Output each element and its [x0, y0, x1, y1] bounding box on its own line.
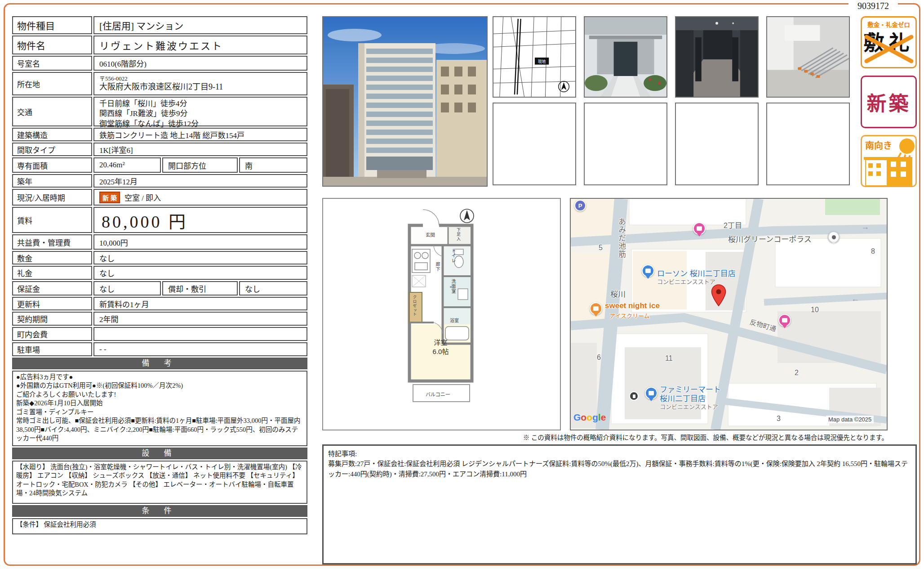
table-row-room-no: 号室名 0610(6階部分) [12, 56, 307, 71]
floorplan-toilet-label: トイレ [450, 248, 457, 263]
bed-glyph [782, 318, 787, 323]
google-letter: G [573, 412, 581, 422]
area-value: 20.46m² [93, 157, 161, 173]
row-value: 0610(6階部分) [93, 56, 307, 71]
floorplan-panel: 玄関 下足入 廊下 トイレ 洗面室 浴室 クロゼット 洋室 6.0帖 バルコニー [322, 198, 561, 430]
map-arrow-left-icon: ← [851, 294, 859, 304]
facing-value: 南 [239, 157, 307, 173]
row-label: 所在地 [12, 72, 92, 95]
row-label: 駐車場 [12, 342, 92, 356]
new-construction-text: 新築 [867, 88, 911, 116]
special-notes-panel: 特記事項: 募集戸数:27戸・保証会社:保証会社利用必須 レジデンシャルパートナ… [322, 444, 917, 565]
map-street-amidaike-label: あみだ池筋 [616, 218, 627, 258]
row-value: リヴェント難波ウエスト [93, 36, 307, 54]
store-glyph [645, 269, 651, 273]
south-facing-text: 南向き [865, 139, 892, 152]
zero-deposit-title: 敷金・礼金ゼロ [862, 20, 915, 29]
site-label: 現地 [538, 59, 546, 64]
bus-stop-icon [629, 391, 639, 401]
row-value: 鉄筋コンクリート造 地上14階 総戸数154戸 [93, 128, 307, 141]
photo-site-sketch-map: 現地 [493, 16, 576, 98]
property-table: 物件種目 [住居用] マンション 物件名 リヴェント難波ウエスト 号室名 061… [12, 16, 307, 536]
google-logo: Google [573, 412, 606, 423]
table-row-guarantee: 保証金 なし 償却・敷引 なし [12, 281, 307, 296]
lawson-pin-icon [642, 264, 654, 277]
building-exterior-illustration [323, 17, 487, 186]
photo-entrance [584, 16, 667, 98]
row-label: 物件種目 [12, 16, 92, 34]
conditions-header: 条 件 [12, 505, 307, 517]
zero-deposit-chars: 敷礼 [862, 29, 915, 57]
map-block-2: 2 [795, 369, 799, 377]
map-district-label: 2丁目 [724, 220, 742, 230]
map-block-10: 10 [811, 306, 819, 314]
table-row-property-type: 物件種目 [住居用] マンション [12, 16, 307, 34]
amortization-label: 償却・敷引 [162, 281, 238, 296]
row-value: なし [93, 266, 307, 280]
table-row-contract-term: 契約期間 2年間 [12, 312, 307, 326]
row-value: 新賃料の1ヶ月 [93, 297, 307, 310]
corporas-pin-icon [828, 231, 840, 243]
map-block-5: 5 [599, 244, 603, 252]
table-row-access: 交通 千日前線「桜川」徒歩4分 関西線「JR難波」徒歩9分 御堂筋線「なんば」徒… [12, 97, 307, 126]
floorplan-bath-label: 浴室 [450, 317, 459, 323]
row-label: 保証金 [12, 281, 92, 296]
photo-placeholder-4 [766, 103, 850, 185]
food-glyph [593, 306, 599, 311]
photo-placeholder-3 [675, 103, 759, 185]
row-value: 新 築 空室 / 即入 [93, 189, 307, 206]
row-label: 築年 [12, 174, 92, 188]
map-sweet-name: sweet night ice [605, 301, 660, 310]
map-block-11: 11 [665, 354, 673, 363]
row-value: 2年間 [93, 312, 307, 326]
row-label: 契約期間 [12, 312, 92, 326]
room-name: 洋室 [409, 338, 472, 347]
badge-new-construction: 新築 [861, 76, 917, 128]
row-label: 賃料 [12, 207, 92, 233]
row-value: [住居用] マンション [93, 16, 307, 34]
row-label: 専有面積 [12, 157, 92, 173]
amortization-value: なし [239, 281, 307, 296]
familymart-pin-icon [645, 387, 657, 399]
remarks-body: ●広告料3ヵ月です● ●外国籍の方はGTN利用可●※(初回保証料100%／月次2… [12, 371, 307, 446]
row-value: 〒556-0022 大阪府大阪市浪速区桜川2丁目9-11 [93, 72, 307, 95]
parking-glyph: P [578, 202, 582, 209]
equipment-body: 【水廻り】 洗面台(独立)・浴室乾燥機・シャワートイレ・バス・トイレ別・洗濯機置… [12, 461, 307, 504]
floorplan-shoes-label: 下足入 [456, 228, 462, 241]
special-notes-title: 特記事項: [328, 448, 911, 458]
postal-code: 〒556-0022 [99, 76, 128, 82]
new-build-inline-badge: 新 築 [99, 192, 120, 203]
table-row-area: 専有面積 20.46m² 開口部方位 南 [12, 157, 307, 173]
table-row-structure: 建築構造 鉄筋コンクリート造 地上14階 総戸数154戸 [12, 128, 307, 141]
photo-hallway [675, 16, 759, 98]
equipment-header: 設 備 [12, 448, 307, 459]
row-label: 敷金 [12, 251, 92, 264]
map-area-sakuragawa-label: 桜川 [610, 288, 626, 299]
floorplan-room-label: 洋室 6.0帖 [409, 338, 472, 357]
special-notes-body: 募集戸数:27戸・保証会社:保証会社利用必須 レジデンシャルパートナーズ保証料:… [328, 459, 911, 479]
table-row-neighborhood-fee: 町内会費 [12, 327, 307, 341]
map-block-3: 3 [777, 415, 781, 423]
row-label: 物件名 [12, 36, 92, 54]
map-data-credit: Map data ©2025 [826, 416, 874, 423]
map-block-8: 8 [871, 247, 875, 255]
row-value: 2025年12月 [93, 174, 307, 188]
guarantee-value: なし [93, 281, 161, 296]
floorplan-balcony-label: バルコニー [426, 390, 450, 398]
map-disclaimer: ※ この資料は物件の概略紹介資料になります。写真、間取図面、設備、概要などが現況… [404, 432, 888, 442]
bed-glyph [697, 226, 702, 231]
photo-building-exterior [322, 16, 488, 187]
google-letter: e [601, 412, 606, 422]
row-value: 1K[洋室6] [93, 143, 307, 156]
row-label: 号室名 [12, 56, 92, 71]
map-familymart-type: コンビニエンスストア [660, 402, 718, 411]
row-value: なし [93, 251, 307, 264]
google-letter: g [592, 412, 598, 422]
table-row-layout-type: 間取タイプ 1K[洋室6] [12, 143, 307, 156]
store-glyph [649, 391, 654, 395]
table-row-status: 現況/入居時期 新 築 空室 / 即入 [12, 189, 307, 206]
google-letter: o [586, 412, 592, 422]
photo-bicycle-parking [766, 16, 850, 98]
hotel-pin-icon-2 [778, 314, 791, 327]
google-letter: o [581, 412, 586, 422]
